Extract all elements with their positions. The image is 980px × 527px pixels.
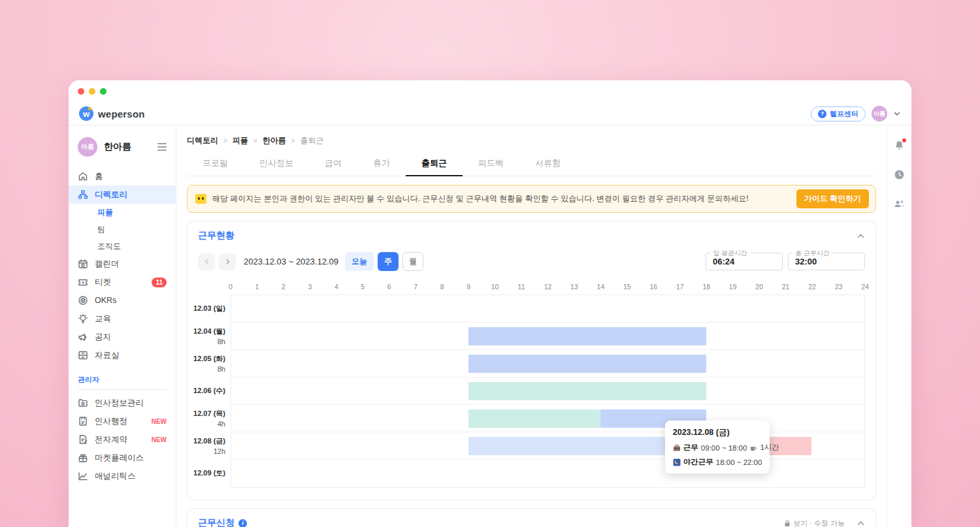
- sidebar-item-애널리틱스[interactable]: 애널리틱스: [69, 467, 176, 485]
- contract-icon: [78, 434, 88, 445]
- close-window-button[interactable]: [78, 88, 84, 95]
- sidebar-subitem-팀[interactable]: 팀: [69, 221, 176, 238]
- sidebar-item-교육[interactable]: 교육: [69, 310, 176, 328]
- sidebar-subitem-조직도[interactable]: 조직도: [69, 238, 176, 255]
- sidebar-item-label: 교육: [95, 313, 111, 325]
- vacation-bar[interactable]: [468, 409, 600, 428]
- question-icon: ?: [818, 110, 826, 118]
- user-avatar[interactable]: 아름: [872, 106, 887, 121]
- hour-tick: 23: [835, 283, 843, 291]
- notice-banner: 해당 페이지는 본인과 권한이 있는 관리자만 볼 수 있습니다. 근무신청 및…: [187, 185, 876, 213]
- chevron-down-icon[interactable]: [893, 110, 901, 118]
- ticket-count-badge: 11: [152, 278, 167, 287]
- sidebar-item-자료실[interactable]: 자료실: [69, 346, 176, 364]
- breadcrumb-separator: >: [223, 137, 227, 144]
- time-clock-icon[interactable]: [894, 169, 905, 180]
- help-center-button[interactable]: ? 헬프센터: [811, 106, 866, 121]
- sidebar-item-마켓플레이스[interactable]: 마켓플레이스: [69, 449, 176, 467]
- sidebar-item-label: 공지: [95, 332, 111, 343]
- tab-피드백[interactable]: 피드백: [463, 152, 519, 176]
- sidebar-item-label: 디렉토리: [95, 189, 127, 200]
- hour-tick: 18: [702, 283, 710, 291]
- sidebar-item-디렉토리[interactable]: 디렉토리: [69, 185, 176, 204]
- maximize-window-button[interactable]: [100, 88, 106, 95]
- hour-tick: 14: [597, 283, 605, 291]
- breadcrumb-item[interactable]: 한아름: [263, 135, 286, 146]
- breadcrumb-item: 출퇴근: [301, 135, 324, 146]
- hour-tick: 20: [755, 283, 763, 291]
- tab-프로필[interactable]: 프로필: [187, 152, 244, 176]
- app-logo[interactable]: w weperson: [79, 106, 145, 121]
- new-tag: NEW: [152, 436, 167, 443]
- notifications-bell-icon[interactable]: [894, 140, 905, 151]
- today-button[interactable]: 오늘: [345, 252, 374, 271]
- sidebar-item-OKRs[interactable]: OKRs: [69, 291, 176, 310]
- minimize-window-button[interactable]: [89, 88, 95, 95]
- sidebar-item-티켓[interactable]: 티켓11: [69, 273, 176, 291]
- sidebar-profile[interactable]: 아름 한아름: [69, 132, 176, 165]
- hour-tick: 15: [623, 283, 631, 291]
- chart-row-label: 12.05 (화)8h: [198, 349, 231, 377]
- guide-check-button[interactable]: 가이드 확인하기: [796, 189, 869, 208]
- tab-bar: 프로필인사정보급여휴가출퇴근피드백서류함: [187, 152, 876, 176]
- permission-label: 보기 · 수정 가능: [793, 519, 845, 527]
- briefcase-icon: [673, 444, 681, 452]
- total-hours-value: 32:00: [795, 257, 817, 266]
- tab-서류함[interactable]: 서류함: [519, 152, 576, 176]
- app-logo-text: weperson: [98, 108, 145, 120]
- tab-인사정보[interactable]: 인사정보: [244, 152, 309, 176]
- lock-icon: [784, 520, 791, 527]
- archive-icon: [78, 350, 88, 360]
- hour-tick: 3: [308, 283, 312, 291]
- work-bar[interactable]: [468, 355, 706, 373]
- collapse-sidebar-icon[interactable]: [157, 143, 167, 151]
- breadcrumb-item[interactable]: 디렉토리: [187, 135, 218, 146]
- vacation-bar[interactable]: [468, 382, 706, 400]
- sidebar-item-label: 전자계약: [95, 434, 127, 445]
- work-timeline-chart: 12.03 (일)12.04 (월)8h12.05 (화)8h12.06 (수)…: [198, 283, 865, 488]
- sidebar-item-label: 자료실: [95, 350, 120, 361]
- sidebar-item-전자계약[interactable]: 전자계약NEW: [69, 430, 176, 449]
- sidebar-item-label: 인사정보관리: [95, 398, 144, 409]
- right-icon-rail: [887, 125, 911, 527]
- sidebar-item-공지[interactable]: 공지: [69, 328, 176, 346]
- chart-row-label: 12.03 (일): [198, 295, 231, 322]
- hour-tick: 1: [255, 283, 259, 291]
- hour-tick: 6: [387, 283, 391, 291]
- collapse-section-icon[interactable]: [857, 519, 865, 527]
- sidebar-admin-menu: 인사정보관리 인사행정NEW 전자계약NEW 마켓플레이스 애널리틱스: [69, 394, 176, 485]
- avg-hours-value: 06:24: [713, 257, 734, 266]
- gift-icon: [78, 453, 88, 463]
- week-view-button[interactable]: 주: [378, 252, 399, 271]
- tab-휴가[interactable]: 휴가: [357, 152, 406, 176]
- sidebar-menu: 홈 디렉토리피플팀조직도 캘린더 티켓11 OKRs 교육 공지 자료실: [69, 167, 176, 364]
- admin-section-label: 관리자: [78, 375, 167, 385]
- sidebar-item-label: 마켓플레이스: [95, 453, 144, 464]
- prev-week-button[interactable]: [198, 253, 215, 270]
- chart-row: [231, 350, 864, 377]
- hour-tick: 21: [782, 283, 790, 291]
- total-hours-label: 총 근무시간: [793, 249, 832, 258]
- month-view-button[interactable]: 월: [402, 252, 423, 271]
- sidebar-item-인사행정[interactable]: 인사행정NEW: [69, 412, 176, 430]
- work-bar[interactable]: [468, 327, 706, 345]
- tab-출퇴근[interactable]: 출퇴근: [406, 152, 463, 176]
- people-directory-icon[interactable]: [894, 199, 906, 209]
- breadcrumb-item[interactable]: 피플: [233, 135, 248, 146]
- next-week-button[interactable]: [219, 253, 236, 270]
- sidebar-item-인사정보관리[interactable]: 인사정보관리: [69, 394, 176, 412]
- hour-tick: 16: [649, 283, 657, 291]
- coffee-icon: [749, 444, 757, 452]
- new-tag: NEW: [152, 418, 167, 425]
- info-icon[interactable]: i: [238, 519, 247, 527]
- sidebar-item-캘린더[interactable]: 캘린더: [69, 255, 176, 273]
- hour-tick: 17: [676, 283, 684, 291]
- sidebar-subitem-피플[interactable]: 피플: [69, 204, 176, 221]
- tab-급여[interactable]: 급여: [309, 152, 357, 176]
- chart-row-labels: 12.03 (일)12.04 (월)8h12.05 (화)8h12.06 (수)…: [198, 283, 231, 488]
- hour-tick: 24: [861, 283, 869, 291]
- sidebar-item-홈[interactable]: 홈: [69, 167, 176, 185]
- app-header: w weperson ? 헬프센터 아름: [69, 103, 911, 125]
- calendar-icon: [78, 259, 88, 269]
- collapse-section-icon[interactable]: [857, 232, 865, 240]
